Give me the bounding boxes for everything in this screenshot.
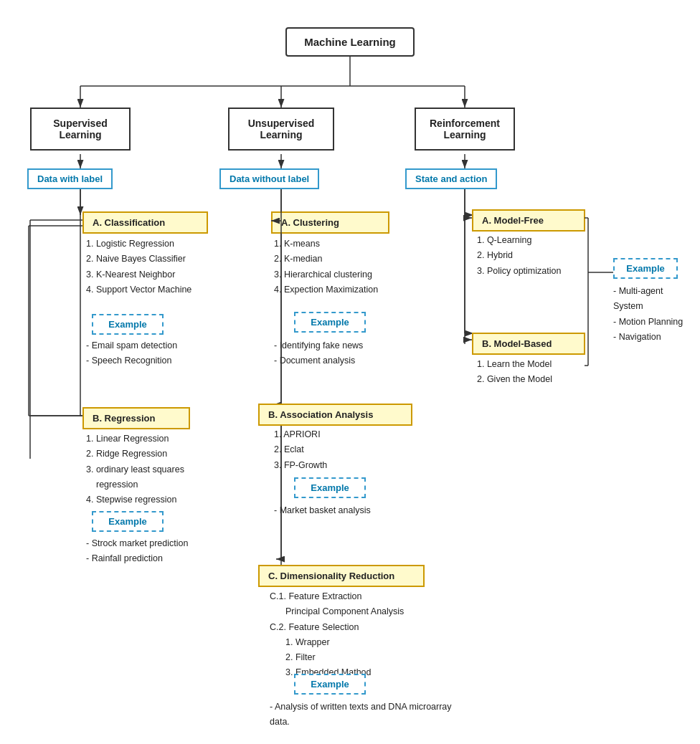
supervised-label: SupervisedLearning — [53, 118, 107, 140]
model-free-box: A. Model-Free — [472, 209, 585, 232]
classification-examples: - Email spam detection - Speech Recognit… — [86, 338, 177, 369]
dimensionality-items: C.1. Feature Extraction Principal Compon… — [270, 589, 404, 681]
model-based-items: 1. Learn the Model 2. Given the Model — [477, 357, 552, 388]
model-based-box: B. Model-Based — [472, 333, 585, 355]
supervised-data-label: Data with label — [27, 168, 113, 189]
supervised-box: SupervisedLearning — [30, 108, 131, 151]
classification-items: 1. Logistic Regression 2. Naive Bayes Cl… — [86, 237, 191, 297]
dimensionality-example-box: Example — [294, 674, 366, 695]
association-example-box: Example — [294, 477, 366, 498]
dimensionality-box: C. Dimensionality Reduction — [258, 565, 425, 587]
model-free-examples: - Multi-agent System - Motion Planning -… — [613, 284, 686, 345]
clustering-box: A. Clustering — [271, 211, 389, 234]
unsupervised-box: UnsupervisedLearning — [228, 108, 334, 151]
model-free-example-box: Example — [613, 258, 678, 279]
regression-items: 1. Linear Regression 2. Ridge Regression… — [86, 431, 184, 507]
classification-example-box: Example — [92, 314, 164, 335]
clustering-items: 1. K-means 2. K-median 3. Hierarchical c… — [274, 237, 378, 297]
association-items: 1. APRIORI 2. Eclat 3. FP-Growth — [274, 427, 327, 473]
dimensionality-examples: - Analysis of written texts and DNA micr… — [270, 700, 452, 730]
unsupervised-label: UnsupervisedLearning — [248, 118, 315, 140]
clustering-examples: - Identifying fake news - Document analy… — [274, 338, 363, 369]
regression-example-box: Example — [92, 511, 164, 532]
unsupervised-data-label: Data without label — [219, 168, 319, 189]
clustering-example-box: Example — [294, 312, 366, 333]
classification-box: A. Classification — [82, 211, 208, 234]
reinforcement-box: ReinforcementLearning — [415, 108, 515, 151]
reinforcement-data-label: State and action — [405, 168, 497, 189]
regression-examples: - Strock market prediction - Rainfall pr… — [86, 536, 188, 567]
reinforcement-label: ReinforcementLearning — [430, 118, 500, 140]
association-examples: - Market basket analysis — [274, 503, 371, 518]
root-label: Machine Learning — [304, 36, 396, 48]
root-box: Machine Learning — [285, 27, 415, 57]
regression-box: B. Regression — [82, 407, 190, 429]
association-box: B. Association Analysis — [258, 404, 412, 426]
model-free-items: 1. Q-Learning 2. Hybrid 3. Policy optimi… — [477, 233, 561, 279]
